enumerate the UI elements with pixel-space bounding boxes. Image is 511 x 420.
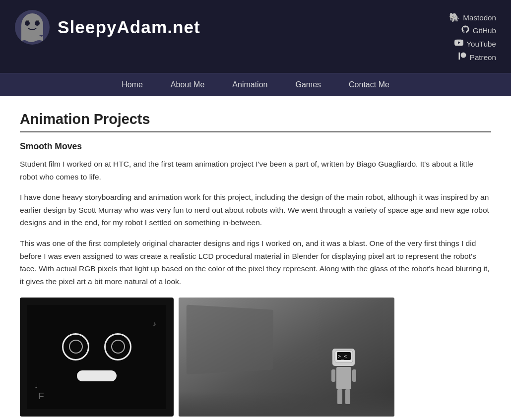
site-title: SleepyAdam.net (58, 17, 200, 37)
robot-arm-left (331, 369, 335, 382)
page-title: Animation Projects (20, 111, 491, 127)
lcd-eye-right (104, 333, 131, 360)
robot-head: >_< (332, 349, 355, 366)
social-links: 🐘 Mastodon GitHub (449, 12, 496, 63)
paragraph-3: This was one of the first completely ori… (20, 237, 491, 288)
lcd-eye-left (62, 333, 89, 360)
nav-animation[interactable]: Animation (218, 73, 281, 96)
youtube-label: YouTube (466, 40, 496, 48)
avatar (15, 10, 50, 45)
robot-figure: >_< (332, 349, 355, 404)
lcd-note-right: ♪ (153, 320, 156, 382)
nav-contact[interactable]: Contact Me (335, 73, 403, 96)
youtube-icon (454, 38, 463, 50)
patreon-link[interactable]: Patreon (458, 52, 496, 63)
background-panel (187, 305, 273, 375)
divider (20, 131, 491, 132)
github-link[interactable]: GitHub (461, 25, 496, 36)
paragraph-1: Student film I worked on at HTC, and the… (20, 158, 491, 183)
robot-leg-left (337, 389, 342, 404)
svg-point-3 (35, 21, 40, 26)
robot-legs (337, 389, 350, 404)
avatar-icon (17, 11, 47, 44)
mastodon-icon: 🐘 (449, 12, 460, 23)
robot-arm-right (352, 369, 356, 382)
mastodon-link[interactable]: 🐘 Mastodon (449, 12, 496, 23)
patreon-label: Patreon (470, 53, 496, 61)
lcd-note-left: ♩ (35, 381, 38, 389)
lcd-mouth (77, 370, 117, 381)
images-row: ♩ ♪ F (20, 298, 491, 417)
project-title: Smooth Moves (20, 141, 491, 152)
paragraph-2: I have done heavy storyboarding and anim… (20, 191, 491, 229)
nav-about[interactable]: About Me (157, 73, 218, 96)
logo-area: SleepyAdam.net (15, 10, 200, 45)
mastodon-label: Mastodon (463, 13, 496, 22)
floor (179, 392, 394, 417)
robot-face-expression: >_< (334, 350, 354, 365)
nav-bar: Home About Me Animation Games Contact Me (0, 73, 511, 96)
lcd-letter-f: F (38, 391, 44, 402)
github-icon (461, 25, 470, 36)
youtube-link[interactable]: YouTube (454, 38, 496, 50)
robot-torso (336, 367, 351, 389)
svg-point-2 (25, 21, 30, 26)
main-content: Animation Projects Smooth Moves Student … (0, 96, 511, 420)
nav-games[interactable]: Games (281, 73, 335, 96)
robot-leg-right (345, 389, 350, 404)
github-label: GitHub (473, 26, 496, 35)
lcd-image: ♩ ♪ F (20, 298, 174, 417)
nav-home[interactable]: Home (108, 73, 157, 96)
patreon-icon (458, 52, 467, 63)
robot-3d-image: >_< (179, 298, 394, 417)
svg-text:>_<: >_< (338, 354, 347, 360)
